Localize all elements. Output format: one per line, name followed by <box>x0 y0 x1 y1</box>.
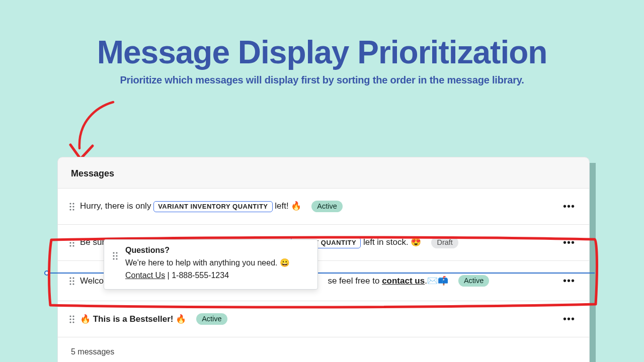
status-badge: Active <box>196 313 227 325</box>
variable-tag: VARIANT INVENTORY QUANTITY <box>153 201 272 212</box>
drag-card-title: Questions? <box>125 246 170 255</box>
svg-point-16 <box>69 283 71 285</box>
status-badge: Draft <box>431 237 458 248</box>
contact-us-link[interactable]: Contact Us <box>125 271 165 280</box>
svg-point-5 <box>72 209 74 210</box>
panel-header: Messages <box>58 157 589 189</box>
more-actions-icon[interactable]: ••• <box>560 199 578 214</box>
page-title: Message Display Prioritization <box>0 36 644 68</box>
svg-point-0 <box>69 203 71 204</box>
svg-point-7 <box>72 239 74 240</box>
drag-card-body: We're here to help with anything you nee… <box>112 257 309 282</box>
svg-point-24 <box>113 252 114 253</box>
svg-point-23 <box>72 321 74 323</box>
svg-point-17 <box>72 283 74 285</box>
message-row[interactable]: Hurry, there is only VARIANT INVENTORY Q… <box>58 189 589 225</box>
svg-point-15 <box>72 280 74 282</box>
page-subtitle: Prioritize which messages will display f… <box>0 74 644 86</box>
svg-point-1 <box>72 203 74 204</box>
svg-point-6 <box>69 239 71 240</box>
drag-handle-icon[interactable] <box>69 277 75 286</box>
svg-point-13 <box>72 277 74 279</box>
svg-point-2 <box>69 206 71 207</box>
more-actions-icon[interactable]: ••• <box>560 235 578 250</box>
svg-point-12 <box>69 277 71 279</box>
svg-point-8 <box>69 242 71 243</box>
status-badge: Active <box>311 201 343 212</box>
drag-handle-icon[interactable] <box>69 238 75 247</box>
message-row[interactable]: 🔥 This is a Bestseller! 🔥 Active ••• <box>58 301 589 337</box>
svg-point-14 <box>69 280 71 282</box>
drag-handle-icon[interactable] <box>112 251 118 260</box>
phone-number: 1-888-555-1234 <box>172 271 229 280</box>
more-actions-icon[interactable]: ••• <box>560 273 578 289</box>
svg-point-28 <box>113 258 114 259</box>
svg-point-10 <box>69 245 71 246</box>
panel-footer-count: 5 messages <box>58 337 589 362</box>
svg-point-9 <box>72 242 74 243</box>
svg-point-20 <box>69 318 71 320</box>
svg-point-3 <box>72 206 74 207</box>
svg-point-25 <box>116 252 117 253</box>
message-text: 🔥 This is a Bestseller! 🔥 <box>80 314 186 324</box>
contact-us-link[interactable]: contact us <box>382 276 425 286</box>
svg-point-21 <box>72 318 74 320</box>
dragging-message-card[interactable]: Questions? We're here to help with anyth… <box>104 239 318 290</box>
svg-point-22 <box>69 321 71 323</box>
svg-point-4 <box>69 209 71 210</box>
message-text: Hurry, there is only VARIANT INVENTORY Q… <box>80 201 301 212</box>
svg-point-19 <box>72 315 74 317</box>
svg-point-26 <box>113 255 114 256</box>
svg-point-11 <box>72 245 74 246</box>
svg-point-18 <box>69 315 71 317</box>
status-badge: Active <box>458 275 490 287</box>
svg-point-27 <box>116 255 117 256</box>
drag-handle-icon[interactable] <box>69 202 75 211</box>
svg-point-29 <box>116 258 117 259</box>
more-actions-icon[interactable]: ••• <box>560 311 578 327</box>
annotation-arrow-icon <box>65 100 121 165</box>
drag-handle-icon[interactable] <box>69 315 75 324</box>
